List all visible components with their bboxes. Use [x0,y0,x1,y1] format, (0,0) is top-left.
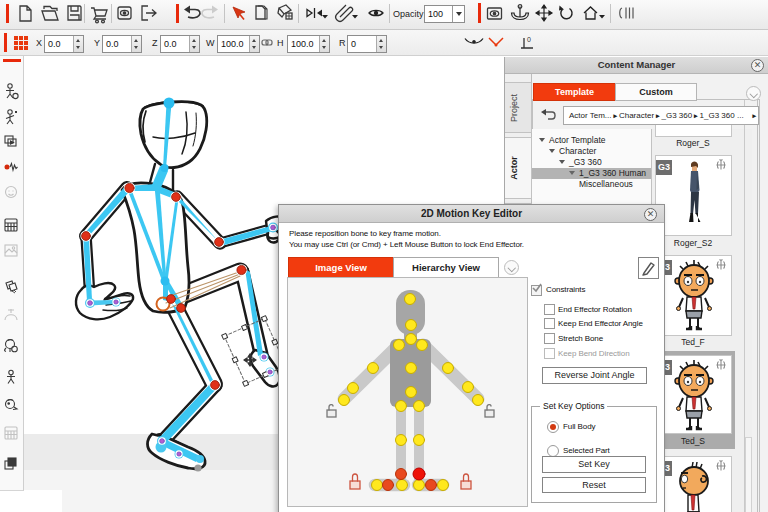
svg-text:0: 0 [527,36,531,43]
